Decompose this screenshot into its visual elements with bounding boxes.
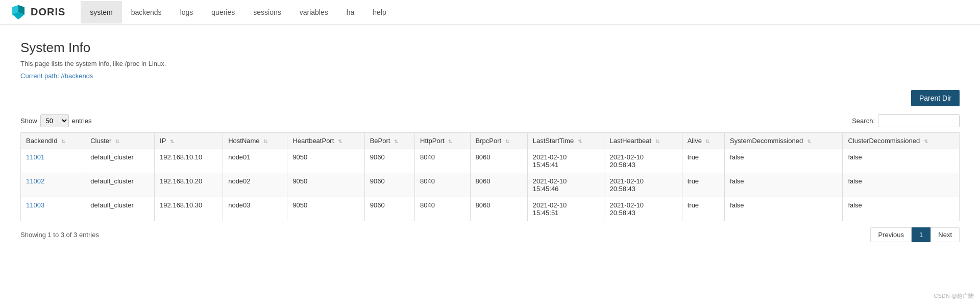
cell-cluster: default_cluster — [85, 197, 155, 221]
page-title: System Info — [20, 40, 960, 56]
cell-brpcport: 8060 — [470, 173, 527, 197]
cell-ip: 192.168.10.10 — [155, 149, 223, 173]
search-input[interactable] — [878, 114, 960, 127]
nav-item-queries[interactable]: queries — [202, 1, 244, 24]
nav-item-system[interactable]: system — [81, 1, 121, 24]
sort-icon: ⇅ — [263, 138, 267, 144]
cell-httpport: 8040 — [415, 197, 471, 221]
logo-text: DORIS — [31, 6, 65, 18]
table-header: BackendId ⇅Cluster ⇅IP ⇅HostName ⇅Heartb… — [21, 133, 960, 149]
top-controls: Parent Dir — [20, 90, 960, 106]
main-content: System Info This page lists the system i… — [0, 25, 980, 258]
backend-id-link[interactable]: 11001 — [26, 153, 44, 161]
table-row: 11001default_cluster192.168.10.10node019… — [21, 149, 960, 173]
nav-item-help[interactable]: help — [363, 1, 395, 24]
previous-button[interactable]: Previous — [870, 227, 912, 242]
cell-cluster: default_cluster — [85, 173, 155, 197]
cell-beport: 9060 — [364, 149, 414, 173]
cell-hostname: node01 — [223, 149, 287, 173]
page-subtitle: This page lists the system info, like /p… — [20, 60, 960, 67]
cell-lastheartbeat: 2021-02-1020:58:43 — [604, 173, 682, 197]
cell-alive: true — [682, 149, 724, 173]
sort-icon: ⇅ — [448, 138, 452, 144]
showing-text: Showing 1 to 3 of 3 entries — [20, 231, 99, 239]
col-httpport[interactable]: HttpPort ⇅ — [415, 133, 471, 149]
cell-httpport: 8040 — [415, 149, 471, 173]
show-label: Show — [20, 117, 37, 125]
table-body: 11001default_cluster192.168.10.10node019… — [21, 149, 960, 221]
col-ip[interactable]: IP ⇅ — [155, 133, 223, 149]
cell-hostname: node03 — [223, 197, 287, 221]
cell-clusterdecommissioned: false — [843, 149, 960, 173]
current-path-link[interactable]: Current path: //backends — [20, 72, 93, 80]
cell-heartbeatport: 9050 — [287, 197, 364, 221]
nav-item-ha[interactable]: ha — [337, 1, 364, 24]
cell-backendid: 11002 — [21, 173, 85, 197]
cell-clusterdecommissioned: false — [843, 197, 960, 221]
cell-laststarttime: 2021-02-1015:45:46 — [527, 173, 604, 197]
cell-alive: true — [682, 173, 724, 197]
col-cluster[interactable]: Cluster ⇅ — [85, 133, 155, 149]
backend-id-link[interactable]: 11002 — [26, 177, 44, 185]
table-controls: Show 102550100 entries Search: — [20, 114, 960, 127]
nav-item-logs[interactable]: logs — [171, 1, 203, 24]
sort-icon: ⇅ — [807, 138, 811, 144]
col-systemdecommissioned[interactable]: SystemDecommissioned ⇅ — [725, 133, 843, 149]
sort-icon: ⇅ — [170, 138, 174, 144]
cell-laststarttime: 2021-02-1015:45:41 — [527, 149, 604, 173]
cell-beport: 9060 — [364, 173, 414, 197]
cell-brpcport: 8060 — [470, 197, 527, 221]
cell-cluster: default_cluster — [85, 149, 155, 173]
sort-icon: ⇅ — [115, 138, 119, 144]
cell-httpport: 8040 — [415, 173, 471, 197]
nav-item-sessions[interactable]: sessions — [244, 1, 290, 24]
sort-icon: ⇅ — [61, 138, 65, 144]
cell-laststarttime: 2021-02-1015:45:51 — [527, 197, 604, 221]
cell-clusterdecommissioned: false — [843, 173, 960, 197]
cell-beport: 9060 — [364, 197, 414, 221]
entries-select[interactable]: 102550100 — [40, 114, 69, 127]
sort-icon: ⇅ — [705, 138, 709, 144]
show-entries-area: Show 102550100 entries — [20, 114, 92, 127]
col-lastheartbeat[interactable]: LastHeartbeat ⇅ — [604, 133, 682, 149]
cell-systemdecommissioned: false — [725, 197, 843, 221]
page-1-button[interactable]: 1 — [912, 227, 930, 242]
sort-icon: ⇅ — [394, 138, 398, 144]
sort-icon: ⇅ — [338, 138, 342, 144]
sort-icon: ⇅ — [924, 138, 928, 144]
col-laststarttime[interactable]: LastStartTime ⇅ — [527, 133, 604, 149]
cell-heartbeatport: 9050 — [287, 149, 364, 173]
next-button[interactable]: Next — [930, 227, 960, 242]
col-hostname[interactable]: HostName ⇅ — [223, 133, 287, 149]
cell-ip: 192.168.10.20 — [155, 173, 223, 197]
pagination: Previous 1 Next — [870, 227, 960, 242]
search-area: Search: — [852, 114, 960, 127]
cell-brpcport: 8060 — [470, 149, 527, 173]
data-table: BackendId ⇅Cluster ⇅IP ⇅HostName ⇅Heartb… — [20, 132, 960, 221]
table-footer: Showing 1 to 3 of 3 entries Previous 1 N… — [20, 227, 960, 242]
nav-item-backends[interactable]: backends — [122, 1, 171, 24]
cell-alive: true — [682, 197, 724, 221]
col-beport[interactable]: BePort ⇅ — [364, 133, 414, 149]
table-row: 11003default_cluster192.168.10.30node039… — [21, 197, 960, 221]
cell-lastheartbeat: 2021-02-1020:58:43 — [604, 197, 682, 221]
col-brpcport[interactable]: BrpcPort ⇅ — [470, 133, 527, 149]
logo-area: DORIS — [10, 4, 65, 20]
col-alive[interactable]: Alive ⇅ — [682, 133, 724, 149]
col-backendid[interactable]: BackendId ⇅ — [21, 133, 85, 149]
doris-logo — [10, 4, 27, 20]
backend-id-link[interactable]: 11003 — [26, 201, 44, 209]
cell-lastheartbeat: 2021-02-1020:58:43 — [604, 149, 682, 173]
cell-heartbeatport: 9050 — [287, 173, 364, 197]
col-heartbeatport[interactable]: HeartbeatPort ⇅ — [287, 133, 364, 149]
nav-item-variables[interactable]: variables — [290, 1, 337, 24]
cell-systemdecommissioned: false — [725, 173, 843, 197]
cell-hostname: node02 — [223, 173, 287, 197]
sort-icon: ⇅ — [505, 138, 509, 144]
col-clusterdecommissioned[interactable]: ClusterDecommissioned ⇅ — [843, 133, 960, 149]
sort-icon: ⇅ — [578, 138, 582, 144]
parent-dir-button[interactable]: Parent Dir — [911, 90, 960, 106]
cell-systemdecommissioned: false — [725, 149, 843, 173]
cell-backendid: 11001 — [21, 149, 85, 173]
cell-backendid: 11003 — [21, 197, 85, 221]
